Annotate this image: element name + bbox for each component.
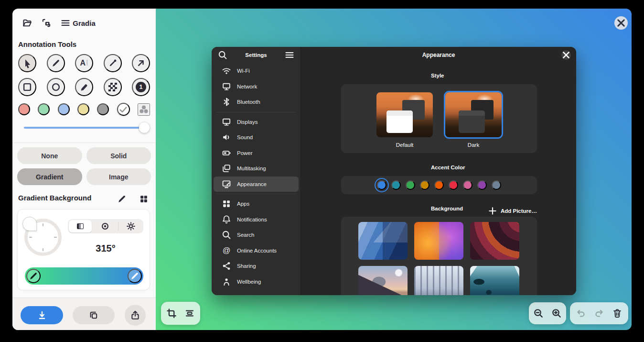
accent-orange[interactable] (434, 180, 444, 190)
accent-blue[interactable] (377, 180, 386, 190)
wallpaper-blue-geometric[interactable] (358, 222, 408, 260)
ellipse-tool-button[interactable] (47, 78, 65, 96)
delete-button[interactable] (609, 305, 625, 321)
sidebar-item-search[interactable]: Search (214, 227, 299, 243)
sidebar-item-power[interactable]: Power (214, 145, 299, 161)
accent-red[interactable] (449, 180, 458, 190)
swatch-yellow[interactable] (77, 103, 89, 115)
swatch-green[interactable] (38, 103, 50, 115)
open-file-button[interactable] (19, 15, 35, 31)
gradient-heading-actions (116, 193, 150, 205)
arrow-tool-button[interactable] (132, 54, 150, 72)
radial-gradient-segment[interactable] (94, 220, 117, 232)
grid-icon (139, 194, 149, 204)
slider-handle[interactable] (139, 122, 150, 133)
rectangle-tool-button[interactable] (18, 78, 36, 96)
export-image-button[interactable] (125, 305, 146, 326)
displays-icon (221, 117, 232, 127)
sidebar-item-notifications[interactable]: Notifications (214, 212, 299, 228)
close-image-button[interactable] (614, 16, 628, 30)
accent-color-label: Accent Color (431, 165, 465, 170)
gradient-type-segmented (68, 219, 143, 233)
select-tool-button[interactable] (18, 54, 36, 72)
accent-green[interactable] (406, 180, 415, 190)
mode-gradient-button[interactable]: Gradient (17, 168, 82, 185)
annotation-tools-heading: Annotation Tools (18, 40, 76, 48)
screenshot-button[interactable] (38, 15, 54, 31)
style-option-dark[interactable] (445, 92, 502, 137)
accent-yellow[interactable] (420, 180, 429, 190)
sidebar-item-appearance[interactable]: Appearance (214, 177, 299, 192)
redact-button[interactable] (182, 305, 198, 321)
mode-solid-button[interactable]: Solid (86, 147, 151, 164)
sidebar-item-sharing[interactable]: Sharing (214, 258, 299, 274)
wallpaper-red-waves[interactable] (470, 222, 519, 260)
save-image-button[interactable] (21, 306, 63, 324)
pencil-tool-button[interactable] (47, 54, 65, 72)
gradient-presets-button[interactable] (138, 193, 150, 205)
mode-none-button[interactable]: None (17, 147, 82, 164)
main-menu-button[interactable] (57, 15, 74, 31)
number-stamp-tool-button[interactable]: 1 (132, 78, 150, 96)
redo-button[interactable] (591, 305, 607, 321)
zoom-out-button[interactable] (530, 305, 547, 321)
swatch-gray[interactable] (97, 103, 109, 115)
wellbeing-icon (221, 276, 232, 287)
close-icon (616, 18, 626, 28)
sidebar-item-displays[interactable]: Displays (214, 114, 299, 130)
download-icon (37, 310, 47, 320)
accent-pink[interactable] (463, 180, 472, 190)
line-tool-button[interactable] (104, 54, 122, 72)
zoom-in-button[interactable] (548, 305, 565, 321)
sidebar-item-network[interactable]: Network (214, 79, 299, 95)
wallpaper-snowy-forest[interactable] (414, 266, 463, 295)
wallpaper-orange-purple[interactable] (414, 222, 463, 260)
angle-dial-handle[interactable] (22, 217, 37, 231)
copy-image-button[interactable] (73, 306, 115, 324)
tool-row-1: AI (18, 54, 150, 72)
sidebar-item-apps[interactable]: Apps (214, 196, 299, 212)
linear-gradient-segment[interactable] (69, 220, 92, 232)
sun-segment[interactable] (119, 220, 142, 232)
sidebar-item-sound[interactable]: Sound (214, 130, 299, 145)
style-default-label: Default (376, 142, 433, 148)
share-icon (130, 310, 140, 320)
slider-track (24, 127, 144, 129)
gradient-end-color-button[interactable] (128, 269, 142, 283)
accent-slate[interactable] (492, 180, 501, 190)
sidebar-item-online-accounts[interactable]: @Online Accounts (214, 243, 299, 259)
swatch-blue[interactable] (58, 103, 70, 115)
arrow-icon (136, 58, 146, 68)
wifi-icon (221, 66, 232, 76)
sidebar-item-multitasking[interactable]: Multitasking (214, 161, 299, 177)
crop-button[interactable] (163, 305, 180, 321)
plus-icon (487, 206, 498, 216)
sidebar-item-wifi[interactable]: Wi-Fi (214, 63, 299, 79)
swatch-red[interactable] (18, 103, 30, 115)
edit-gradient-button[interactable] (116, 193, 128, 205)
settings-close-button[interactable] (561, 50, 571, 60)
sidebar-item-bluetooth[interactable]: Bluetooth (214, 94, 299, 110)
mode-image-button[interactable]: Image (86, 168, 151, 185)
highlighter-tool-button[interactable] (75, 78, 93, 96)
text-tool-button[interactable]: AI (75, 54, 93, 72)
style-card: Default Dark (341, 84, 537, 153)
wallpaper-underwater[interactable] (470, 266, 519, 295)
redo-icon (594, 308, 604, 319)
swatch-selected-none[interactable] (117, 103, 130, 116)
pixelate-icon (108, 83, 117, 91)
redact-icon (184, 308, 195, 319)
gradient-start-color-button[interactable] (26, 269, 41, 283)
add-picture-button[interactable]: Add Picture… (487, 206, 537, 216)
style-option-default[interactable] (376, 92, 433, 137)
stroke-size-slider[interactable] (24, 122, 144, 133)
pixelate-tool-button[interactable] (104, 78, 122, 96)
wallpaper-dinosaur-dusk[interactable] (358, 266, 408, 295)
sidebar-item-wellbeing[interactable]: Wellbeing (214, 274, 299, 290)
custom-color-button[interactable] (138, 103, 150, 116)
trash-icon (612, 308, 623, 319)
undo-button[interactable] (573, 305, 589, 321)
gradient-background-heading: Gradient Background (18, 194, 91, 202)
accent-purple[interactable] (477, 180, 487, 190)
accent-teal[interactable] (391, 180, 401, 190)
